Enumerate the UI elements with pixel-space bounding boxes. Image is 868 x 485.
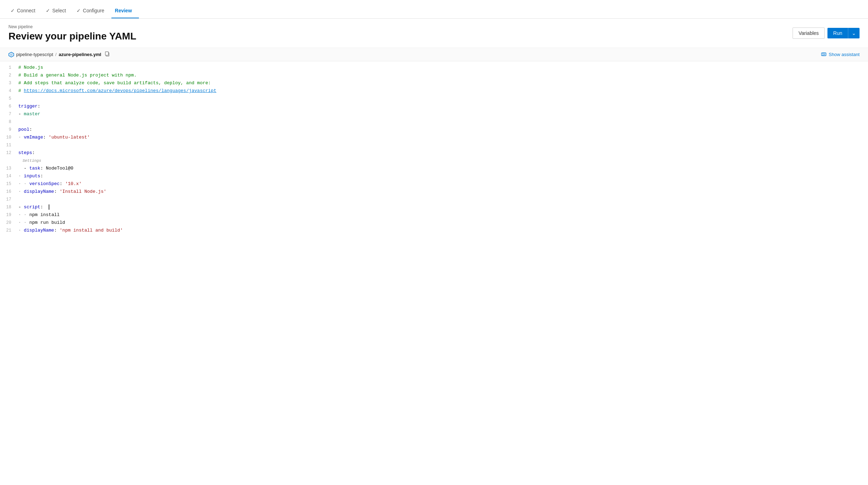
header-actions: Variables Run ⌄ — [793, 27, 860, 39]
line-number: 9 — [0, 126, 17, 133]
line-content: steps: — [17, 149, 868, 157]
file-name[interactable]: azure-pipelines.yml — [59, 52, 101, 57]
svg-marker-1 — [10, 53, 13, 56]
line-content — [17, 118, 868, 126]
line-number: 20 — [0, 219, 17, 226]
step-configure-label: Configure — [83, 8, 104, 13]
code-line: 16· displayName: 'Install Node.js' — [0, 188, 868, 196]
code-line: 17 — [0, 196, 868, 204]
check-icon-select: ✓ — [46, 8, 50, 13]
code-line: 13 - task: NodeTool@0 — [0, 165, 868, 173]
line-number: 10 — [0, 134, 17, 141]
line-content: · inputs: — [17, 173, 868, 180]
show-assistant-button[interactable]: Show assistant — [821, 52, 860, 57]
line-number: 2 — [0, 72, 17, 79]
code-editor[interactable]: 1# Node.js2# Build a general Node.js pro… — [0, 61, 868, 238]
line-content — [17, 142, 868, 149]
line-content — [17, 95, 868, 103]
line-number: 16 — [0, 188, 17, 195]
assistant-icon — [821, 52, 827, 57]
code-line: 7- master — [0, 111, 868, 118]
svg-rect-3 — [105, 52, 109, 55]
line-number: 13 — [0, 165, 17, 172]
line-content: - master — [17, 111, 868, 118]
step-review[interactable]: Review — [111, 4, 139, 18]
show-assistant-label: Show assistant — [829, 52, 860, 57]
run-button[interactable]: Run — [827, 28, 848, 38]
line-content: · vmImage: 'ubuntu-latest' — [17, 134, 868, 141]
code-line: 12steps: — [0, 149, 868, 157]
file-path-left: pipeline-typescript / azure-pipelines.ym… — [8, 51, 110, 57]
line-content: · · versionSpec: '10.x' — [17, 180, 868, 188]
code-line: 1# Node.js — [0, 64, 868, 72]
line-content: · · npm install — [17, 211, 868, 219]
code-line: 3# Add steps that analyze code, save bui… — [0, 80, 868, 87]
line-content: # Node.js — [17, 64, 868, 72]
line-number: 12 — [0, 149, 17, 156]
line-number: 21 — [0, 227, 17, 234]
line-number: 15 — [0, 180, 17, 188]
path-separator: / — [55, 52, 57, 57]
code-line: 15· · versionSpec: '10.x' — [0, 180, 868, 188]
stepper: ✓ Connect ✓ Select ✓ Configure Review — [0, 0, 868, 19]
code-line: 11 — [0, 142, 868, 149]
code-line: 21· displayName: 'npm install and build' — [0, 227, 868, 235]
line-number: 1 — [0, 64, 17, 71]
line-content — [17, 196, 868, 203]
step-configure[interactable]: ✓ Configure — [73, 4, 111, 18]
code-line: 14· inputs: — [0, 173, 868, 180]
step-select[interactable]: ✓ Select — [42, 4, 73, 18]
line-number: 8 — [0, 118, 17, 125]
code-line: 19· · npm install — [0, 211, 868, 219]
code-line: 18- script: — [0, 204, 868, 211]
line-content: trigger: — [17, 103, 868, 110]
settings-label: Settings — [0, 157, 868, 165]
step-select-label: Select — [52, 8, 66, 13]
code-line: 5 — [0, 95, 868, 103]
code-line: 20· · npm run build — [0, 219, 868, 227]
line-number: 3 — [0, 80, 17, 87]
run-dropdown-button[interactable]: ⌄ — [848, 28, 860, 38]
line-content: - task: NodeTool@0 — [17, 165, 868, 172]
code-line: 10· vmImage: 'ubuntu-latest' — [0, 134, 868, 142]
repo-name[interactable]: pipeline-typescript — [16, 52, 53, 57]
line-number: 18 — [0, 204, 17, 211]
file-path-bar: pipeline-typescript / azure-pipelines.ym… — [0, 48, 868, 61]
line-number: 7 — [0, 111, 17, 118]
line-number: 5 — [0, 95, 17, 102]
step-review-label: Review — [115, 8, 132, 13]
svg-rect-5 — [823, 53, 826, 56]
code-line: 6trigger: — [0, 103, 868, 111]
line-number: 14 — [0, 173, 17, 180]
line-content: · displayName: 'Install Node.js' — [17, 188, 868, 196]
page-header-left: New pipeline Review your pipeline YAML — [8, 24, 136, 42]
line-content: - script: — [17, 204, 868, 211]
code-line: 4# https://docs.microsoft.com/azure/devo… — [0, 87, 868, 95]
line-content: · displayName: 'npm install and build' — [17, 227, 868, 234]
line-number: 11 — [0, 142, 17, 149]
line-content: pool: — [17, 126, 868, 134]
step-connect[interactable]: ✓ Connect — [7, 4, 42, 18]
copy-icon[interactable] — [105, 51, 110, 57]
line-number: 6 — [0, 103, 17, 110]
line-number: 19 — [0, 211, 17, 219]
doc-link[interactable]: https://docs.microsoft.com/azure/devops/… — [24, 88, 216, 93]
line-content: # https://docs.microsoft.com/azure/devop… — [17, 87, 868, 95]
line-content: · · npm run build — [17, 219, 868, 227]
repo-icon — [8, 52, 14, 57]
run-btn-group: Run ⌄ — [827, 28, 860, 38]
step-connect-label: Connect — [17, 8, 35, 13]
line-number: 4 — [0, 87, 17, 94]
code-line: 9pool: — [0, 126, 868, 134]
page-subheading: New pipeline — [8, 24, 136, 29]
check-icon-configure: ✓ — [77, 8, 81, 13]
page-header: New pipeline Review your pipeline YAML V… — [0, 19, 868, 48]
page-title: Review your pipeline YAML — [8, 31, 136, 42]
code-line: 8 — [0, 118, 868, 126]
code-line: 2# Build a general Node.js project with … — [0, 72, 868, 80]
line-number: 17 — [0, 196, 17, 203]
line-content: # Build a general Node.js project with n… — [17, 72, 868, 79]
variables-button[interactable]: Variables — [793, 27, 825, 39]
check-icon-connect: ✓ — [11, 8, 15, 13]
line-content: # Add steps that analyze code, save buil… — [17, 80, 868, 87]
